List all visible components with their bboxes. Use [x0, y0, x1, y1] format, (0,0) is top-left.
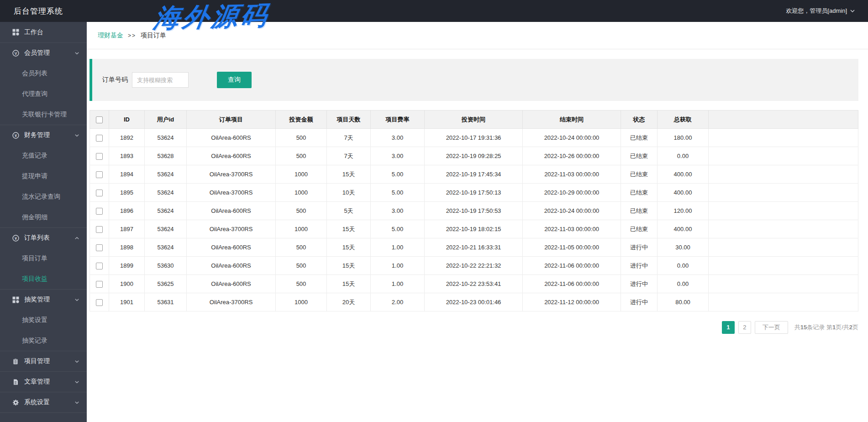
- table-cell: 2022-10-21 16:33:31: [425, 238, 523, 257]
- row-checkbox[interactable]: [96, 263, 103, 269]
- table-cell: 1893: [109, 147, 145, 165]
- table-cell: 1892: [109, 129, 145, 147]
- sidebar-item-workbench[interactable]: 工作台: [0, 22, 87, 42]
- table-cell: 3.00: [371, 202, 425, 220]
- sidebar-item-flow-query[interactable]: 流水记录查询: [0, 186, 87, 207]
- table-cell: 53628: [145, 147, 187, 165]
- topbar: 后台管理系统 欢迎您，管理员[admin]: [0, 0, 868, 22]
- table-cell: 1000: [276, 165, 327, 184]
- table-cell: 7天: [327, 147, 371, 165]
- sidebar-item-bank-cards[interactable]: 关联银行卡管理: [0, 104, 87, 125]
- table-cell: 10天: [327, 184, 371, 202]
- sidebar-item-lottery-mgmt[interactable]: 抽奖管理: [0, 289, 87, 310]
- sidebar-item-lottery-set[interactable]: 抽奖设置: [0, 310, 87, 330]
- row-checkbox[interactable]: [96, 171, 103, 178]
- row-select-cell: [90, 257, 109, 275]
- row-select-cell: [90, 275, 109, 293]
- table-cell: 1895: [109, 184, 145, 202]
- table-cell: 2022-11-03 00:00:00: [523, 220, 621, 238]
- table-cell: 1894: [109, 165, 145, 184]
- table-cell: 500: [276, 275, 327, 293]
- empty-cell: [709, 147, 858, 165]
- table-cell: 1898: [109, 238, 145, 257]
- page-button-1[interactable]: 1: [722, 321, 735, 334]
- column-header: 状态: [621, 111, 658, 129]
- sidebar-item-project-mgmt[interactable]: 项目管理: [0, 351, 87, 371]
- table-cell: 53631: [145, 293, 187, 311]
- column-header: 用户id: [145, 111, 187, 129]
- empty-cell: [709, 275, 858, 293]
- sidebar-divider: [0, 412, 87, 413]
- table-cell: 0.00: [658, 147, 709, 165]
- next-page-button[interactable]: 下一页: [755, 321, 788, 334]
- row-checkbox[interactable]: [96, 299, 103, 306]
- search-button[interactable]: 查询: [217, 72, 252, 88]
- sidebar-item-order-list[interactable]: ¥订单列表: [0, 227, 87, 248]
- table-cell: 进行中: [621, 257, 658, 275]
- row-select-cell: [90, 184, 109, 202]
- page-button-2[interactable]: 2: [738, 321, 751, 334]
- sidebar-item-system-set[interactable]: 系统设置: [0, 392, 87, 412]
- table-cell: 进行中: [621, 275, 658, 293]
- table-cell: 2022-10-23 00:01:46: [425, 293, 523, 311]
- sidebar-item-member-mgmt[interactable]: V会员管理: [0, 42, 87, 63]
- row-checkbox[interactable]: [96, 244, 103, 251]
- sidebar-item-withdraw-req[interactable]: 提现申请: [0, 166, 87, 186]
- row-checkbox[interactable]: [96, 281, 103, 288]
- row-select-cell: [90, 293, 109, 311]
- table-cell: 1900: [109, 275, 145, 293]
- table-cell: 2022-10-24 00:00:00: [523, 202, 621, 220]
- empty-cell: [709, 293, 858, 311]
- member-icon: V: [12, 50, 20, 57]
- table-cell: 1000: [276, 293, 327, 311]
- table-cell: 2022-10-19 18:02:15: [425, 220, 523, 238]
- sidebar-item-label: 会员管理: [24, 49, 50, 57]
- table-cell: 15天: [327, 165, 371, 184]
- order-number-label: 订单号码: [102, 76, 128, 84]
- table-cell: 3.00: [371, 129, 425, 147]
- table-cell: 5.00: [371, 220, 425, 238]
- table-cell: OilArea-600RS: [187, 238, 276, 257]
- sidebar-item-member-list[interactable]: 会员列表: [0, 63, 87, 84]
- sidebar-item-commission[interactable]: 佣金明细: [0, 207, 87, 227]
- table-cell: 2022-11-05 00:00:00: [523, 238, 621, 257]
- sidebar-item-project-income[interactable]: 项目收益: [0, 269, 87, 289]
- select-all-checkbox[interactable]: [96, 116, 103, 123]
- sidebar-item-label: 代理查询: [22, 90, 47, 98]
- row-checkbox[interactable]: [96, 208, 103, 215]
- table-row: 189653624OilArea-600RS5005天3.002022-10-1…: [90, 202, 858, 220]
- breadcrumb-parent-link[interactable]: 理财基金: [98, 32, 123, 40]
- table-cell: 进行中: [621, 238, 658, 257]
- row-select-cell: [90, 147, 109, 165]
- table-cell: 400.00: [658, 184, 709, 202]
- row-checkbox[interactable]: [96, 153, 103, 160]
- svg-text:¥: ¥: [15, 236, 17, 240]
- sidebar-item-lottery-log[interactable]: 抽奖记录: [0, 330, 87, 351]
- table-cell: 2022-10-24 00:00:00: [523, 129, 621, 147]
- settings-icon: [12, 399, 20, 406]
- sidebar-item-label: 项目收益: [22, 275, 47, 283]
- user-menu[interactable]: 欢迎您，管理员[admin]: [786, 7, 855, 15]
- empty-cell: [709, 202, 858, 220]
- sidebar-item-agent-query[interactable]: 代理查询: [0, 84, 87, 104]
- table-cell: 2022-10-19 09:28:25: [425, 147, 523, 165]
- pagination: 12 下一页 共15条记录 第1页/共2页: [89, 321, 858, 345]
- table-cell: OilArea-3700RS: [187, 165, 276, 184]
- sidebar-item-label: 文章管理: [24, 378, 50, 386]
- sidebar: 工作台V会员管理会员列表代理查询关联银行卡管理¥财务管理充值记录提现申请流水记录…: [0, 22, 87, 422]
- table-row: 190153631OilArea-3700RS100020天2.002022-1…: [90, 293, 858, 311]
- row-checkbox[interactable]: [96, 226, 103, 233]
- order-number-input[interactable]: [132, 72, 189, 88]
- table-cell: 53624: [145, 220, 187, 238]
- sidebar-item-article-mgmt[interactable]: 文章管理: [0, 371, 87, 392]
- table-cell: OilArea-600RS: [187, 147, 276, 165]
- table-cell: 53624: [145, 129, 187, 147]
- sidebar-item-label: 充值记录: [22, 152, 47, 160]
- sidebar-item-recharge-log[interactable]: 充值记录: [0, 145, 87, 166]
- table-cell: 1897: [109, 220, 145, 238]
- row-checkbox[interactable]: [96, 190, 103, 196]
- sidebar-item-finance-mgmt[interactable]: ¥财务管理: [0, 125, 87, 145]
- sidebar-item-project-order[interactable]: 项目订单: [0, 248, 87, 269]
- empty-cell: [709, 238, 858, 257]
- row-checkbox[interactable]: [96, 135, 103, 142]
